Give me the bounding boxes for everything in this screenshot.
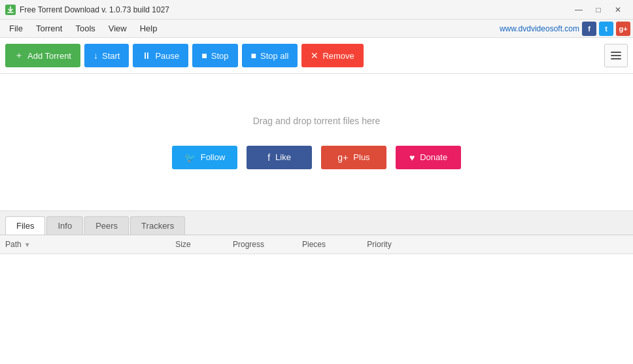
start-icon: ↓	[94, 50, 98, 61]
content-area: Drag and drop torrent files here 🐦 Follo…	[0, 74, 633, 364]
tab-content: Path ▼ Size Progress Pieces Priority	[0, 235, 633, 364]
tab-peers[interactable]: Peers	[84, 216, 129, 235]
col-progress: Progress	[216, 239, 281, 250]
window-controls: — □ ✕	[569, 0, 628, 20]
col-priority: Priority	[347, 239, 412, 250]
donate-button[interactable]: ♥ Donate	[396, 146, 461, 169]
drop-text: Drag and drop torrent files here	[253, 116, 381, 126]
heart-icon: ♥	[409, 152, 415, 163]
app-icon	[5, 5, 16, 15]
menu-file[interactable]: File	[3, 21, 29, 36]
facebook-icon[interactable]: f	[582, 22, 596, 36]
tab-trackers[interactable]: Trackers	[130, 216, 185, 235]
googleplus-icon[interactable]: g+	[616, 22, 630, 36]
stop-all-button[interactable]: ■ Stop all	[242, 44, 298, 67]
plus-icon: ＋	[14, 50, 24, 61]
social-action-buttons: 🐦 Follow f Like g+ Plus ♥ Donate	[172, 146, 461, 169]
menu-help[interactable]: Help	[133, 21, 164, 36]
menu-view[interactable]: View	[102, 21, 133, 36]
menu-tools[interactable]: Tools	[69, 21, 101, 36]
drop-zone[interactable]: Drag and drop torrent files here 🐦 Follo…	[0, 74, 633, 211]
follow-button[interactable]: 🐦 Follow	[172, 146, 237, 169]
start-button[interactable]: ↓ Start	[84, 44, 129, 67]
menu-right: www.dvdvideosoft.com f t g+	[500, 22, 630, 36]
googleplus-plus-icon: g+	[337, 152, 348, 163]
pause-icon: ⏸	[142, 50, 151, 61]
stop-button[interactable]: ■ Stop	[192, 44, 237, 67]
col-size: Size	[150, 239, 216, 250]
bottom-panel: Files Info Peers Trackers Path ▼ Size Pr…	[0, 211, 633, 364]
hamburger-line	[611, 58, 621, 59]
col-extra	[412, 239, 633, 250]
minimize-button[interactable]: —	[569, 0, 589, 20]
menu-items: File Torrent Tools View Help	[3, 21, 163, 36]
maximize-button[interactable]: □	[589, 0, 608, 20]
col-path: Path ▼	[0, 239, 150, 250]
hamburger-line	[611, 52, 621, 53]
menu-bar: File Torrent Tools View Help www.dvdvide…	[0, 20, 633, 38]
stop-icon: ■	[201, 50, 207, 61]
menu-torrent[interactable]: Torrent	[29, 21, 69, 36]
toolbar: ＋ Add Torrent ↓ Start ⏸ Pause ■ Stop ■ S…	[0, 38, 633, 74]
website-link[interactable]: www.dvdvideosoft.com	[500, 24, 579, 33]
app-title: Free Torrent Download v. 1.0.73 build 10…	[20, 5, 169, 14]
tabs: Files Info Peers Trackers	[0, 211, 633, 235]
facebook-like-icon: f	[267, 152, 270, 163]
col-pieces: Pieces	[281, 239, 347, 250]
tab-info[interactable]: Info	[46, 216, 83, 235]
tab-files[interactable]: Files	[5, 216, 45, 235]
twitter-follow-icon: 🐦	[184, 152, 196, 163]
pause-button[interactable]: ⏸ Pause	[133, 44, 188, 67]
hamburger-line	[611, 55, 621, 56]
hamburger-menu-button[interactable]	[604, 44, 628, 67]
close-button[interactable]: ✕	[608, 0, 628, 20]
sort-arrow-icon: ▼	[24, 241, 31, 248]
plus-button[interactable]: g+ Plus	[321, 146, 386, 169]
remove-icon: ✕	[311, 50, 318, 61]
title-bar: Free Torrent Download v. 1.0.73 build 10…	[0, 0, 633, 20]
stop-all-icon: ■	[251, 50, 256, 61]
remove-button[interactable]: ✕ Remove	[301, 44, 363, 67]
table-header: Path ▼ Size Progress Pieces Priority	[0, 235, 633, 254]
like-button[interactable]: f Like	[247, 146, 312, 169]
twitter-icon[interactable]: t	[599, 22, 613, 36]
add-torrent-button[interactable]: ＋ Add Torrent	[5, 44, 80, 67]
